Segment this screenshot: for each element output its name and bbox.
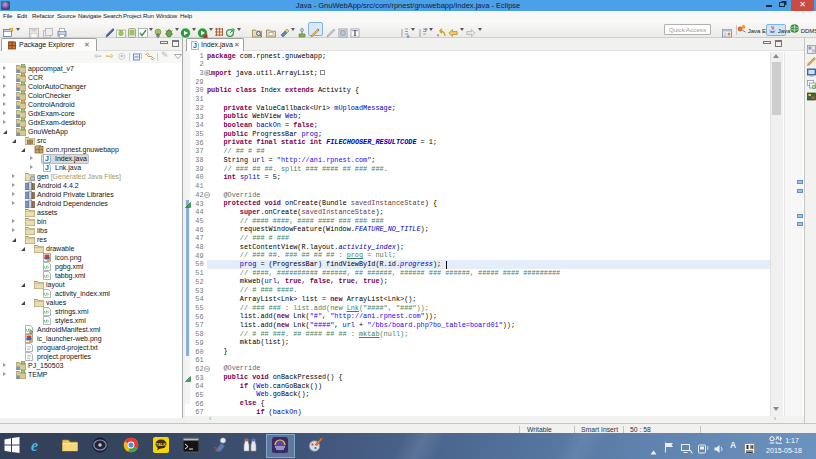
svg-text:J: J [45, 155, 49, 162]
svg-text:TALK: TALK [156, 442, 166, 447]
svg-text:J: J [45, 164, 49, 171]
svg-text:J: J [193, 42, 197, 49]
